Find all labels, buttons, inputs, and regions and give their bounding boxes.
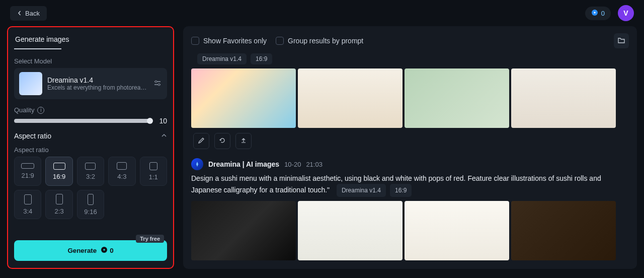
ratio-label: 2:3 [55, 207, 64, 215]
generate-cost: 0 [110, 247, 113, 254]
result-image-row [191, 201, 629, 260]
show-favorites-label: Show Favorites only [203, 37, 267, 45]
credits-value: 0 [601, 10, 605, 17]
back-label: Back [25, 10, 40, 17]
ratio-2-3[interactable]: 2:3 [45, 190, 72, 219]
group-results-checkbox[interactable]: Group results by prompt [276, 37, 363, 45]
ratio-16-9[interactable]: 16:9 [45, 157, 72, 186]
result-image[interactable] [298, 68, 403, 128]
generation-date: 10-20 [284, 161, 301, 168]
select-model-label: Select Model [14, 57, 167, 65]
quality-label: Quality [14, 106, 34, 114]
svg-point-2 [158, 84, 160, 86]
ratio-label: 3:2 [86, 173, 95, 180]
generator-icon [191, 158, 203, 170]
ratio-label: 4:3 [117, 173, 126, 180]
ratio-4-3[interactable]: 4:3 [108, 157, 135, 186]
show-favorites-checkbox[interactable]: Show Favorites only [191, 37, 267, 45]
aspect-ratio-section-toggle[interactable]: Aspect ratio [14, 132, 167, 140]
checkbox-icon [276, 37, 284, 45]
credits-icon [101, 246, 108, 255]
ratio-9-16[interactable]: 9:16 [77, 190, 104, 219]
refresh-icon [219, 137, 226, 146]
ratio-1-1[interactable]: 1:1 [140, 157, 167, 186]
slider-thumb[interactable] [147, 118, 153, 124]
avatar-initial: V [623, 9, 628, 17]
chevron-up-icon [161, 132, 167, 140]
upload-button[interactable] [235, 133, 252, 149]
pencil-icon [198, 137, 205, 146]
quality-slider[interactable] [14, 119, 150, 123]
model-card[interactable]: Dreamina v1.4 Excels at everything from … [14, 68, 167, 99]
result-image[interactable] [511, 201, 616, 260]
result-image[interactable] [405, 68, 509, 128]
settings-icon[interactable] [153, 79, 162, 89]
aspect-ratio-sublabel: Aspect ratio [14, 146, 167, 154]
folder-icon [617, 36, 625, 46]
tab-generate-images[interactable]: Generate images [14, 33, 167, 48]
group-results-label: Group results by prompt [288, 37, 363, 45]
result-tag-model[interactable]: Dreamina v1.4 [337, 184, 386, 197]
ratio-label: 16:9 [53, 173, 65, 180]
result-image[interactable] [511, 68, 616, 128]
svg-point-1 [155, 81, 157, 83]
credits-icon [591, 9, 598, 18]
ratio-label: 1:1 [149, 173, 158, 181]
generate-label: Generate [67, 247, 97, 254]
ratio-3-2[interactable]: 3:2 [77, 157, 104, 186]
result-image[interactable] [405, 201, 509, 260]
model-desc: Excels at everything from photoreali... [47, 84, 148, 91]
aspect-ratio-grid: 21:9 16:9 3:2 4:3 1:1 3:4 [14, 157, 167, 219]
info-icon[interactable]: i [37, 107, 44, 114]
quality-value: 10 [155, 117, 167, 125]
avatar[interactable]: V [618, 5, 634, 21]
chevron-left-icon [17, 10, 22, 17]
result-image-row [191, 68, 629, 128]
ratio-label: 21:9 [22, 172, 34, 179]
generate-button[interactable]: Try free Generate 0 [14, 240, 167, 261]
result-tag-model[interactable]: Dreamina v1.4 [197, 53, 247, 64]
upload-icon [240, 137, 247, 146]
result-image[interactable] [298, 201, 403, 260]
main-content: Show Favorites only Group results by pro… [183, 26, 637, 269]
generation-title: Dreamina | AI images [208, 160, 279, 168]
edit-button[interactable] [193, 133, 209, 149]
ratio-21-9[interactable]: 21:9 [14, 157, 41, 186]
regenerate-button[interactable] [214, 133, 230, 149]
generation-time: 21:03 [306, 161, 323, 168]
result-tag-ratio[interactable]: 16:9 [390, 184, 412, 197]
checkbox-icon [191, 37, 199, 45]
result-tag-ratio[interactable]: 16:9 [251, 53, 272, 64]
back-button[interactable]: Back [10, 6, 47, 21]
sidebar: Generate images Select Model Dreamina v1… [7, 26, 174, 269]
result-image[interactable] [191, 68, 296, 128]
ratio-3-4[interactable]: 3:4 [14, 190, 41, 219]
credits-pill[interactable]: 0 [585, 7, 611, 20]
result-image[interactable] [191, 201, 296, 260]
model-thumbnail [19, 72, 42, 95]
tab-underline [14, 48, 61, 49]
try-free-badge: Try free [136, 235, 164, 243]
ratio-label: 9:16 [84, 208, 97, 216]
folder-button[interactable] [614, 33, 629, 48]
model-name: Dreamina v1.4 [47, 76, 148, 84]
aspect-ratio-title: Aspect ratio [14, 132, 51, 140]
ratio-label: 3:4 [23, 207, 32, 215]
